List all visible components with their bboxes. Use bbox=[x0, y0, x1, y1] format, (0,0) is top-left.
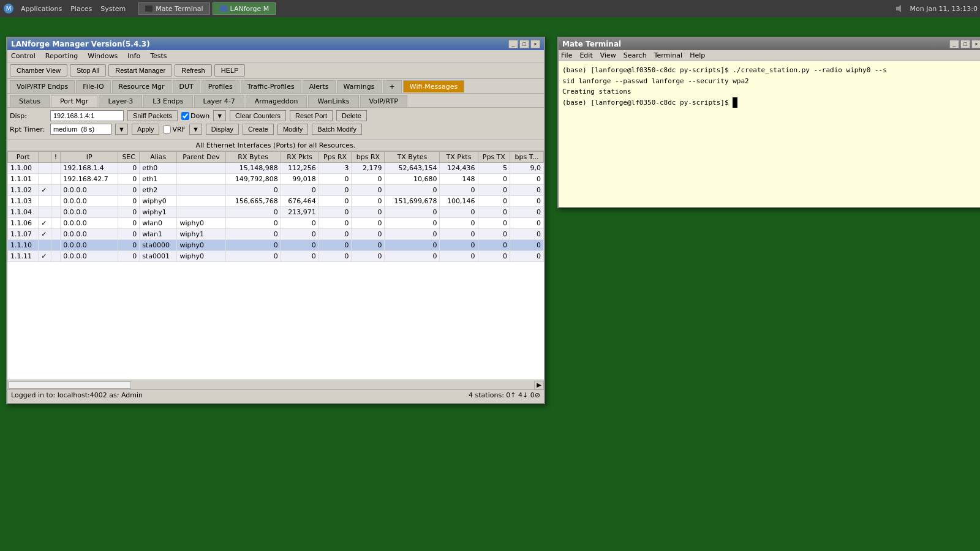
tab-wifi-messages[interactable]: Wifi-Messages bbox=[403, 80, 465, 93]
tab-port-mgr[interactable]: Port Mgr bbox=[51, 95, 97, 107]
stop-all-btn[interactable]: Stop All bbox=[70, 64, 106, 77]
delete-btn[interactable]: Delete bbox=[336, 110, 367, 121]
down-checkbox-label: Down bbox=[181, 112, 209, 120]
tab-plus[interactable]: + bbox=[383, 80, 402, 93]
rpt-timer-label: Rpt Timer: bbox=[10, 126, 47, 133]
menu-applications[interactable]: Applications bbox=[17, 4, 66, 14]
window-maximize-btn[interactable]: □ bbox=[519, 40, 529, 48]
vrf-checkbox-label: VRF bbox=[163, 126, 186, 133]
display-btn[interactable]: Display bbox=[206, 124, 239, 135]
window-minimize-btn[interactable]: _ bbox=[508, 40, 518, 48]
vrf-checkbox[interactable] bbox=[163, 126, 171, 133]
down-select-btn[interactable]: ▼ bbox=[213, 110, 226, 121]
menu-system[interactable]: System bbox=[97, 4, 129, 14]
disp-input[interactable] bbox=[50, 110, 124, 121]
term-menu-edit[interactable]: Edit bbox=[579, 51, 592, 59]
taskbar-terminal-btn[interactable]: _ Mate Terminal bbox=[138, 2, 209, 15]
table-header-row: Port ! IP SEC Alias Parent Dev RX Bytes … bbox=[8, 152, 544, 163]
down-label: Down bbox=[190, 112, 209, 120]
clear-counters-btn[interactable]: Clear Counters bbox=[230, 110, 286, 121]
tab-dut[interactable]: DUT bbox=[173, 80, 200, 93]
tab-armageddon[interactable]: Armageddon bbox=[246, 95, 307, 107]
rpt-timer-input[interactable] bbox=[50, 124, 111, 135]
down-checkbox[interactable] bbox=[181, 112, 189, 120]
tab-l3-endps[interactable]: L3 Endps bbox=[143, 95, 192, 107]
table-row[interactable]: 1.1.07✓0.0.0.00wlan1wiphy100000000 bbox=[8, 229, 544, 240]
create-btn[interactable]: Create bbox=[243, 124, 274, 135]
batch-modify-btn[interactable]: Batch Modify bbox=[312, 124, 362, 135]
tab-layer47[interactable]: Layer 4-7 bbox=[194, 95, 244, 107]
col-bps-rx: bps RX bbox=[352, 152, 385, 163]
tab-warnings[interactable]: Warnings bbox=[337, 80, 382, 93]
vrf-select-btn[interactable]: ▼ bbox=[189, 124, 202, 135]
menu-control[interactable]: Control bbox=[10, 51, 37, 61]
sniff-packets-btn[interactable]: Sniff Packets bbox=[127, 110, 178, 121]
terminal-close-btn[interactable]: × bbox=[971, 40, 980, 48]
lanforge-title: LANforge Manager Version(5.4.3) bbox=[11, 40, 150, 48]
tab-traffic-profiles[interactable]: Traffic-Profiles bbox=[241, 80, 301, 93]
tab-row-2: Status Port Mgr Layer-3 L3 Endps Layer 4… bbox=[7, 94, 544, 108]
tab-file-io[interactable]: File-IO bbox=[76, 80, 110, 93]
tab-resource-mgr[interactable]: Resource Mgr bbox=[112, 80, 172, 93]
status-right: 4 stations: 0↑ 4↓ 0⊘ bbox=[469, 391, 540, 399]
vrf-label: VRF bbox=[172, 126, 186, 133]
taskbar-lanforge-btn[interactable]: LANforge M bbox=[213, 2, 276, 15]
col-parent: Parent Dev bbox=[177, 152, 225, 163]
tab-voip-rtp-endps[interactable]: VoIP/RTP Endps bbox=[10, 80, 75, 93]
table-row[interactable]: 1.1.06✓0.0.0.00wlan0wiphy000000000 bbox=[8, 218, 544, 229]
table-row[interactable]: 1.1.040.0.0.00wiphy10213,971000000 bbox=[8, 207, 544, 218]
table-area[interactable]: Port ! IP SEC Alias Parent Dev RX Bytes … bbox=[7, 151, 544, 380]
table-header: All Ethernet Interfaces (Ports) for all … bbox=[7, 140, 544, 151]
term-menu-file[interactable]: File bbox=[561, 51, 572, 59]
tab-profiles[interactable]: Profiles bbox=[202, 80, 239, 93]
ports-table: Port ! IP SEC Alias Parent Dev RX Bytes … bbox=[7, 151, 544, 262]
table-row[interactable]: 1.1.01192.168.42.70eth1149,792,80899,018… bbox=[8, 174, 544, 185]
col-rx-pkts: RX Pkts bbox=[281, 152, 318, 163]
terminal-minimize-btn[interactable]: _ bbox=[949, 40, 959, 48]
tray-icons bbox=[895, 4, 905, 13]
term-menu-help[interactable]: Help bbox=[690, 51, 705, 59]
restart-manager-btn[interactable]: Restart Manager bbox=[108, 64, 172, 77]
scroll-right-btn[interactable]: ▶ bbox=[534, 381, 544, 389]
tab-layer3[interactable]: Layer-3 bbox=[99, 95, 142, 107]
rpt-timer-select-btn[interactable]: ▼ bbox=[115, 124, 128, 135]
table-row[interactable]: 1.1.030.0.0.00wiphy0156,665,768676,46400… bbox=[8, 196, 544, 207]
table-row[interactable]: 1.1.100.0.0.00sta0000wiphy000000000 bbox=[8, 240, 544, 251]
menu-info[interactable]: Info bbox=[126, 51, 141, 61]
reset-port-btn[interactable]: Reset Port bbox=[290, 110, 333, 121]
term-menu-terminal[interactable]: Terminal bbox=[654, 51, 683, 59]
col-pps-tx: Pps TX bbox=[478, 152, 510, 163]
chamber-view-btn[interactable]: Chamber View bbox=[10, 64, 67, 77]
term-menu-view[interactable]: View bbox=[600, 51, 616, 59]
tab-alerts[interactable]: Alerts bbox=[303, 80, 336, 93]
col-flag: ! bbox=[51, 152, 60, 163]
tab-status[interactable]: Status bbox=[10, 95, 50, 107]
taskbar: M Applications Places System _ Mate Term… bbox=[0, 0, 980, 17]
apply-btn[interactable]: Apply bbox=[132, 124, 160, 135]
scrollbar-area: ▶ bbox=[7, 380, 544, 389]
table-row[interactable]: 1.1.11✓0.0.0.00sta0001wiphy000000000 bbox=[8, 251, 544, 262]
svg-text:M: M bbox=[6, 6, 12, 12]
terminal-maximize-btn[interactable]: □ bbox=[960, 40, 970, 48]
term-menu-search[interactable]: Search bbox=[624, 51, 647, 59]
modify-btn[interactable]: Modify bbox=[277, 124, 308, 135]
help-btn[interactable]: HELP bbox=[214, 64, 246, 77]
window-close-btn[interactable]: × bbox=[530, 40, 540, 48]
volume-icon bbox=[895, 4, 905, 13]
horizontal-scrollbar[interactable] bbox=[9, 381, 131, 389]
ctrl-row-1: Disp: Sniff Packets Down ▼ Clear Counter… bbox=[10, 110, 541, 121]
menu-places[interactable]: Places bbox=[67, 4, 96, 14]
menu-tests[interactable]: Tests bbox=[149, 51, 168, 61]
disp-label: Disp: bbox=[10, 112, 47, 120]
table-row[interactable]: 1.1.02✓0.0.0.00eth200000000 bbox=[8, 185, 544, 196]
tab-voip-rtp[interactable]: VoIP/RTP bbox=[360, 95, 407, 107]
terminal-line-2: sid lanforge --passwd lanforge --securit… bbox=[562, 76, 980, 87]
menu-reporting[interactable]: Reporting bbox=[44, 51, 79, 61]
terminal-line-1: (base) [lanforge@lf0350-c8dc py-scripts]… bbox=[562, 65, 980, 76]
col-alias: Alias bbox=[140, 152, 177, 163]
col-bps-tx: bps T... bbox=[510, 152, 544, 163]
table-row[interactable]: 1.1.00192.168.1.40eth015,148,988112,2563… bbox=[8, 163, 544, 174]
refresh-btn[interactable]: Refresh bbox=[175, 64, 212, 77]
tab-wanlinks[interactable]: WanLinks bbox=[308, 95, 358, 107]
menu-windows[interactable]: Windows bbox=[86, 51, 119, 61]
